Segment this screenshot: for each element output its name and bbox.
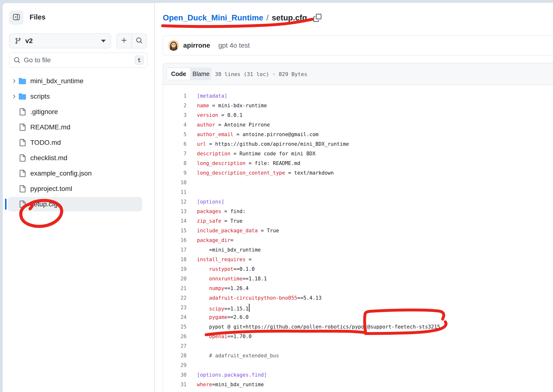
line-number[interactable]: 6 <box>163 141 187 147</box>
code-line: 3 version = 0.0.1 <box>163 110 553 120</box>
line-number[interactable]: 9 <box>163 170 187 176</box>
line-number[interactable]: 21 <box>163 286 187 291</box>
line-number[interactable]: 31 <box>163 382 187 387</box>
copy-icon <box>313 14 321 22</box>
code-line: 4 author = Antoine Pirrone <box>163 120 553 130</box>
line-number[interactable]: 19 <box>163 266 187 272</box>
line-number[interactable]: 11 <box>163 189 187 195</box>
go-to-file-placeholder: Go to file <box>24 56 51 64</box>
breadcrumb-repo-link[interactable]: Open_Duck_Mini_Runtime <box>163 13 263 22</box>
go-to-file-input[interactable]: Go to file t <box>9 53 147 68</box>
code-line-text: numpy==1.26.4 <box>197 286 249 291</box>
line-number[interactable]: 28 <box>163 353 187 359</box>
avatar[interactable] <box>168 40 179 51</box>
tree-item-setup.cfg[interactable]: setup.cfg <box>8 197 142 211</box>
file-header: Code Blame 38 lines (31 loc) · 829 Bytes <box>163 63 553 85</box>
commit-message[interactable]: gpt 4o test <box>218 42 250 49</box>
tree-item-label: example_config.json <box>30 169 92 177</box>
line-number[interactable]: 3 <box>163 112 187 118</box>
file-icon <box>19 124 26 131</box>
code-line-text: =mini_bdx_runtime <box>197 247 261 253</box>
search-icon <box>136 37 143 45</box>
code-line: 28 # adafruit_extended_bus <box>163 351 553 360</box>
line-number[interactable]: 1 <box>163 93 187 99</box>
code-line-text: pypot @ git+https://github.com/pollen-ro… <box>197 324 440 330</box>
search-tree-button[interactable] <box>131 34 147 48</box>
tab-code[interactable]: Code <box>167 68 191 80</box>
collapse-sidebar-icon <box>13 13 20 22</box>
code-line-text: package_dir= <box>197 237 234 243</box>
chevron-right-icon[interactable] <box>11 78 17 84</box>
tree-item-README.md[interactable]: README.md <box>8 120 142 134</box>
sidebar-title: Files <box>30 13 45 21</box>
line-number[interactable]: 5 <box>163 132 187 137</box>
tree-item-checklist.md[interactable]: checklist.md <box>8 151 142 165</box>
chevron-down-icon <box>101 40 106 42</box>
code-line: 2 name = mini-bdx-runtime <box>163 101 553 110</box>
line-number[interactable]: 10 <box>163 180 187 185</box>
breadcrumb-separator: / <box>266 13 269 22</box>
tree-item-example_config.json[interactable]: example_config.json <box>8 166 142 181</box>
line-number[interactable]: 25 <box>163 324 187 330</box>
line-number[interactable]: 20 <box>163 276 187 282</box>
collapse-sidebar-button[interactable] <box>9 10 24 25</box>
commit-author[interactable]: apirrone <box>183 42 210 49</box>
git-branch-icon <box>15 37 21 44</box>
code-line: 9 long_description_content_type = text/m… <box>163 168 553 178</box>
code-line-text: [metadata] <box>197 93 227 99</box>
code-line: 25 pypot @ git+https://github.com/pollen… <box>163 322 553 332</box>
code-line-text: url = https://github.com/apirrone/mini_B… <box>197 141 349 147</box>
code-line: 17 =mini_bdx_runtime <box>163 245 553 255</box>
line-number[interactable]: 12 <box>163 199 187 205</box>
line-number[interactable]: 29 <box>163 362 187 368</box>
copy-path-button[interactable] <box>313 14 321 22</box>
code-line: 5 author_email = antoine.pirrone@gmail.c… <box>163 130 553 139</box>
line-number[interactable]: 8 <box>163 161 187 166</box>
code-line: 14 zip_safe = True <box>163 216 553 226</box>
shortcut-key-badge: t <box>135 56 144 65</box>
tree-item-scripts[interactable]: scripts <box>8 89 142 104</box>
line-number[interactable]: 18 <box>163 257 187 262</box>
code-line-text: [options.packages.find] <box>197 372 267 378</box>
line-number[interactable]: 13 <box>163 209 187 214</box>
code-line: 11 <box>163 187 553 197</box>
search-icon <box>14 57 21 63</box>
add-file-button[interactable] <box>117 34 131 48</box>
selected-file-indicator <box>5 199 7 210</box>
tree-item-label: README.md <box>30 123 70 131</box>
tree-item-label: scripts <box>30 93 50 100</box>
code-line: 16 package_dir= <box>163 235 553 245</box>
line-number[interactable]: 14 <box>163 218 187 224</box>
line-number[interactable]: 7 <box>163 151 187 157</box>
tree-item-pyproject.toml[interactable]: pyproject.toml <box>8 182 142 196</box>
tab-blame[interactable]: Blame <box>191 68 211 80</box>
branch-selector[interactable]: v2 <box>9 33 111 48</box>
line-number[interactable]: 24 <box>163 314 187 320</box>
breadcrumb: Open_Duck_Mini_Runtime / setup.cfg <box>163 12 321 24</box>
line-number[interactable]: 27 <box>163 343 187 349</box>
line-number[interactable]: 16 <box>163 237 187 243</box>
sidebar-actions <box>116 33 147 48</box>
line-number[interactable]: 2 <box>163 103 187 108</box>
code-line-text: author_email = antoine.pirrone@gmail.com <box>197 132 318 137</box>
line-number[interactable]: 22 <box>163 295 187 301</box>
text-cursor <box>249 304 249 312</box>
tree-item-mini_bdx_runtime[interactable]: mini_bdx_runtime <box>8 74 142 88</box>
line-number[interactable]: 17 <box>163 247 187 253</box>
chevron-right-icon[interactable] <box>11 94 17 99</box>
plus-icon <box>121 37 127 45</box>
tree-item-TODO.md[interactable]: TODO.md <box>8 135 142 150</box>
code-line: 27 <box>163 341 553 351</box>
code-line-text: packages = find: <box>197 209 245 214</box>
tree-item-.gitignore[interactable]: .gitignore <box>8 105 142 119</box>
code-line-text: long_description = file: README.md <box>197 161 300 166</box>
line-number[interactable]: 4 <box>163 122 187 128</box>
line-number[interactable]: 26 <box>163 334 187 339</box>
code-line-text: long_description_content_type = text/mar… <box>197 170 334 176</box>
file-icon <box>19 139 26 146</box>
line-number[interactable]: 23 <box>163 305 187 310</box>
line-number[interactable]: 15 <box>163 228 187 233</box>
line-number[interactable]: 30 <box>163 372 187 378</box>
code-line: 7 description = Runtime code for mini BD… <box>163 149 553 159</box>
file-tree: mini_bdx_runtime scripts .gitignore <box>8 74 142 212</box>
